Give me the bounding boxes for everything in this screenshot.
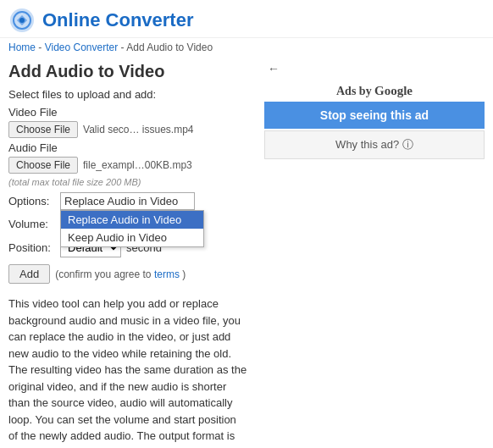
- audio-filename: file_exampl…00KB.mp3: [83, 159, 192, 171]
- choose-video-file-button[interactable]: Choose File: [8, 121, 78, 138]
- audio-file-label: Audio File: [8, 141, 247, 154]
- audio-file-group: Audio File Choose File file_exampl…00KB.…: [8, 141, 247, 174]
- site-title[interactable]: Online Converter: [42, 9, 193, 31]
- add-button[interactable]: Add: [8, 264, 50, 284]
- ads-by-google: Ads by Google: [264, 79, 485, 102]
- back-arrow-icon[interactable]: ←: [264, 58, 283, 79]
- video-file-label: Video File: [8, 106, 247, 119]
- header: Online Converter: [0, 0, 493, 38]
- dropdown-item-keep[interactable]: Keep Audio in Video: [61, 229, 203, 246]
- google-text: Google: [374, 84, 413, 97]
- video-filename: Valid seco… issues.mp4: [83, 124, 194, 136]
- video-file-row: Choose File Valid seco… issues.mp4: [8, 121, 247, 138]
- file-size-hint: (total max total file size 200 MB): [8, 177, 247, 187]
- video-file-group: Video File Choose File Valid seco… issue…: [8, 106, 247, 138]
- choose-audio-file-button[interactable]: Choose File: [8, 157, 78, 174]
- options-dropdown-wrapper: Replace Audio in Video Keep Audio in Vid…: [60, 192, 195, 210]
- why-this-ad-button[interactable]: Why this ad? ⓘ: [264, 130, 485, 159]
- options-dropdown-menu: Replace Audio in Video Keep Audio in Vid…: [60, 210, 204, 247]
- breadcrumb-current: Add Audio to Video: [126, 41, 213, 53]
- options-row: Options: Replace Audio in Video Keep Aud…: [8, 192, 247, 210]
- options-select[interactable]: Replace Audio in Video Keep Audio in Vid…: [60, 192, 195, 210]
- breadcrumb-video-converter[interactable]: Video Converter: [45, 41, 119, 53]
- volume-label: Volume:: [8, 218, 55, 230]
- breadcrumb: Home - Video Converter - Add Audio to Vi…: [0, 38, 493, 58]
- main-layout: Add Audio to Video Select files to uploa…: [0, 58, 493, 448]
- ad-area: ← Ads by Google Stop seeing this ad Why …: [256, 58, 485, 448]
- position-label: Position:: [8, 241, 55, 254]
- terms-link[interactable]: terms: [154, 268, 180, 280]
- page-title: Add Audio to Video: [8, 62, 247, 81]
- breadcrumb-home[interactable]: Home: [8, 41, 36, 53]
- dropdown-item-replace[interactable]: Replace Audio in Video: [61, 211, 203, 229]
- audio-file-row: Choose File file_exampl…00KB.mp3: [8, 157, 247, 174]
- description-text: This video tool can help you add or repl…: [8, 296, 247, 448]
- confirm-text: (confirm you agree to terms ): [55, 268, 186, 280]
- ad-header-row: ←: [264, 58, 485, 79]
- site-logo: [8, 7, 36, 34]
- options-label: Options:: [8, 195, 55, 207]
- content-area: Add Audio to Video Select files to uploa…: [8, 58, 256, 448]
- select-files-label: Select files to upload and add:: [8, 88, 247, 101]
- add-row: Add (confirm you agree to terms ): [8, 264, 247, 284]
- stop-seeing-button[interactable]: Stop seeing this ad: [264, 102, 485, 129]
- svg-point-2: [19, 18, 25, 23]
